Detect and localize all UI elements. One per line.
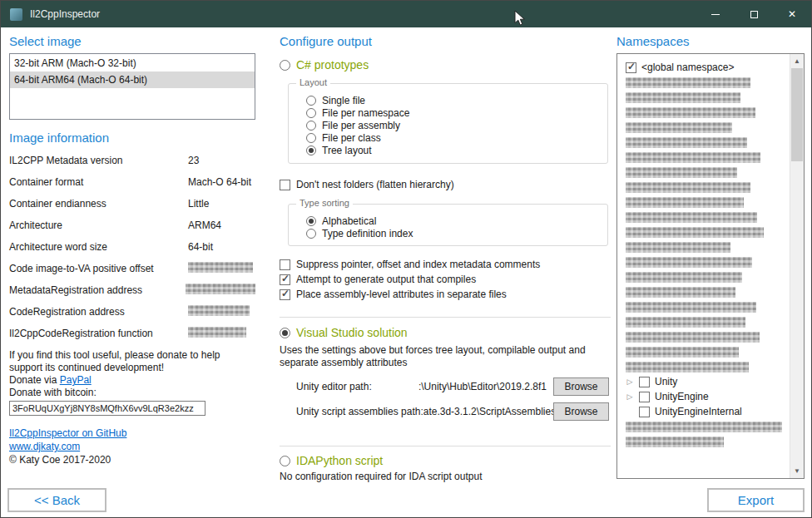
- layout-option-single-file[interactable]: Single file: [306, 94, 607, 106]
- browse-assemblies-button[interactable]: Browse: [553, 402, 609, 421]
- namespace-item-global[interactable]: ✓ <global namespace>: [626, 60, 790, 75]
- sorting-option-alphabetical[interactable]: Alphabetical: [306, 215, 607, 227]
- image-option-64bit[interactable]: 64-bit ARM64 (Mach-O 64-bit): [10, 72, 255, 88]
- namespace-item-redacted[interactable]: [626, 210, 790, 224]
- scrollbar-thumb[interactable]: [791, 68, 803, 161]
- namespaces-panel: Namespaces ✓ <global namespace>: [616, 34, 805, 479]
- type-sorting-group-label: Type sorting: [296, 198, 353, 208]
- layout-option-file-per-assembly[interactable]: File per assembly: [306, 119, 607, 131]
- idapython-option[interactable]: IDAPython script: [280, 454, 611, 467]
- namespace-item-redacted[interactable]: [626, 344, 790, 359]
- unity-script-path-value: ate.3d-3.1.2\ScriptAssemblies: [423, 406, 553, 417]
- namespace-item-redacted[interactable]: [626, 299, 790, 314]
- back-button[interactable]: << Back: [7, 488, 106, 512]
- expander-icon[interactable]: ▷: [626, 389, 634, 404]
- idapython-radio[interactable]: [280, 456, 290, 466]
- file-per-namespace-radio[interactable]: [306, 108, 316, 118]
- namespaces-scrollbar[interactable]: ▲ ▼: [790, 54, 804, 478]
- scroll-down-icon[interactable]: ▼: [790, 464, 804, 478]
- visual-studio-description: Uses the settings above but forces tree …: [280, 344, 611, 369]
- namespace-item-redacted[interactable]: [626, 239, 790, 254]
- namespace-item-redacted[interactable]: [626, 75, 790, 90]
- namespace-item-unityengine[interactable]: ▷ UnityEngine: [626, 389, 790, 404]
- compile-output-option[interactable]: ✓ Attempt to generate output that compil…: [280, 272, 611, 287]
- single-file-radio[interactable]: [306, 96, 316, 106]
- scroll-up-icon[interactable]: ▲: [790, 54, 804, 68]
- visual-studio-option[interactable]: Visual Studio solution: [280, 326, 611, 339]
- namespace-item-unity[interactable]: ▷ Unity: [626, 374, 790, 389]
- redacted-value: [188, 305, 250, 316]
- file-per-class-radio[interactable]: [306, 133, 316, 143]
- layout-option-file-per-class[interactable]: File per class: [306, 131, 607, 144]
- namespace-item-redacted[interactable]: [626, 90, 790, 105]
- unity-checkbox[interactable]: [639, 377, 650, 387]
- file-per-assembly-radio[interactable]: [306, 121, 316, 131]
- layout-option-tree-layout[interactable]: Tree layout: [306, 144, 607, 156]
- unity-editor-path-value: :\Unity\Hub\Editor\2019.2.8f1: [372, 381, 553, 392]
- unity-script-path-label: Unity script assemblies path:: [296, 406, 423, 417]
- layout-group-label: Layout: [296, 77, 330, 87]
- namespace-item-unityengineinternal[interactable]: UnityEngineInternal: [626, 404, 790, 419]
- alphabetical-radio[interactable]: [306, 216, 316, 226]
- unityengineinternal-checkbox[interactable]: [639, 407, 650, 417]
- info-row-word-size: Architecture word size 64-bit: [9, 236, 255, 258]
- section-divider: [280, 317, 611, 318]
- expander-icon[interactable]: ▷: [626, 374, 634, 389]
- visual-studio-radio[interactable]: [280, 328, 290, 338]
- namespace-item-redacted[interactable]: [626, 419, 790, 434]
- image-option-32bit[interactable]: 32-bit ARM (Mach-O 32-bit): [10, 55, 255, 72]
- configure-output-heading: Configure output: [280, 34, 611, 48]
- app-window: Il2CppInspector ✕ Select image 32-bit AR…: [0, 0, 812, 518]
- titlebar[interactable]: Il2CppInspector ✕: [1, 1, 811, 27]
- unity-editor-path-label: Unity editor path:: [296, 381, 372, 392]
- namespace-item-redacted[interactable]: [626, 165, 790, 180]
- csharp-prototypes-option[interactable]: C# prototypes: [280, 58, 611, 72]
- namespace-item-redacted[interactable]: [626, 195, 790, 210]
- close-button[interactable]: ✕: [773, 1, 811, 27]
- maximize-button[interactable]: [735, 1, 773, 27]
- csharp-prototypes-radio[interactable]: [280, 60, 290, 71]
- sorting-option-type-definition-index[interactable]: Type definition index: [306, 227, 607, 239]
- website-link[interactable]: www.djkaty.com: [9, 441, 80, 452]
- separate-attributes-checkbox[interactable]: ✓: [280, 289, 290, 300]
- namespace-item-redacted[interactable]: [626, 269, 790, 284]
- flatten-hierarchy-checkbox[interactable]: [280, 180, 290, 190]
- namespace-item-redacted[interactable]: [626, 329, 790, 344]
- compile-output-checkbox[interactable]: ✓: [280, 274, 290, 285]
- flatten-hierarchy-option[interactable]: Don't nest folders (flatten hierarchy): [280, 177, 611, 192]
- unityengine-checkbox[interactable]: [639, 392, 650, 402]
- browse-editor-button[interactable]: Browse: [553, 377, 609, 396]
- github-link[interactable]: Il2CppInspector on GitHub: [9, 427, 126, 439]
- namespace-item-redacted[interactable]: [626, 180, 790, 195]
- paypal-link[interactable]: PayPal: [60, 374, 92, 386]
- redacted-value: [186, 284, 255, 294]
- global-namespace-checkbox[interactable]: ✓: [626, 62, 636, 73]
- type-definition-index-radio[interactable]: [306, 229, 316, 239]
- minimize-icon: [711, 14, 720, 15]
- namespace-item-redacted[interactable]: [626, 434, 790, 449]
- export-button[interactable]: Export: [707, 488, 805, 512]
- redacted-value: [188, 327, 246, 338]
- suppress-metadata-option[interactable]: Suppress pointer, offset and index metad…: [280, 257, 611, 272]
- tree-layout-radio[interactable]: [306, 146, 316, 155]
- info-row-va-offset: Code image-to-VA positive offset: [9, 258, 255, 279]
- suppress-metadata-checkbox[interactable]: [280, 259, 290, 270]
- namespace-item-redacted[interactable]: [626, 150, 790, 165]
- image-info-table: IL2CPP Metadata version 23 Container for…: [9, 150, 255, 344]
- namespace-item-redacted[interactable]: [626, 359, 790, 374]
- namespace-item-redacted[interactable]: [626, 135, 790, 150]
- unity-editor-path-row: Unity editor path: :\Unity\Hub\Editor\20…: [296, 377, 609, 396]
- separate-attributes-option[interactable]: ✓ Place assembly-level attributes in sep…: [280, 287, 611, 302]
- namespace-item-redacted[interactable]: [626, 120, 790, 135]
- bitcoin-address-input[interactable]: [9, 401, 205, 416]
- donate-text: If you find this tool useful, please don…: [9, 349, 255, 374]
- layout-option-file-per-namespace[interactable]: File per namespace: [306, 106, 607, 119]
- namespace-item-redacted[interactable]: [626, 254, 790, 269]
- info-row-metadata-registration: MetadataRegistration address: [9, 279, 255, 301]
- namespace-item-redacted[interactable]: [626, 224, 790, 239]
- configure-output-panel: Configure output C# prototypes Layout Si…: [280, 34, 611, 483]
- minimize-button[interactable]: [696, 1, 735, 27]
- namespace-item-redacted[interactable]: [626, 105, 790, 120]
- namespace-item-redacted[interactable]: [626, 314, 790, 329]
- namespace-item-redacted[interactable]: [626, 284, 790, 299]
